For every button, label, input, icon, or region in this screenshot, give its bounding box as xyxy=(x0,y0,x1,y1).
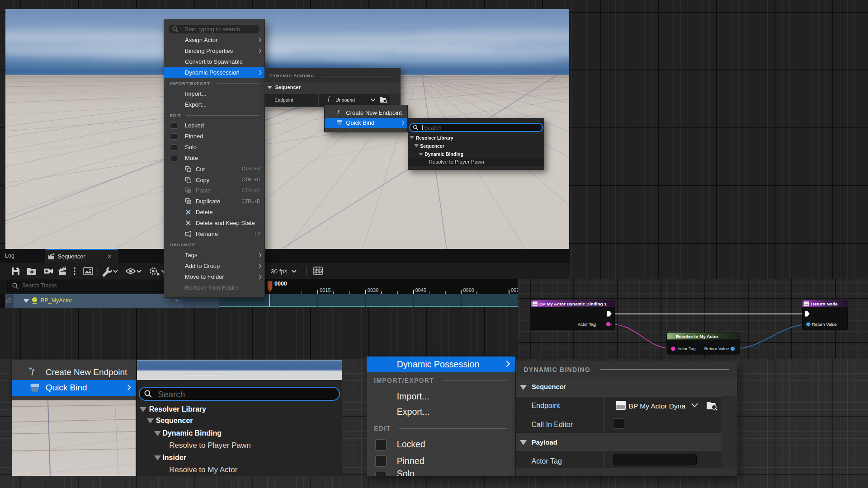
svg-text:BP My Actor Dynamic Binding 1: BP My Actor Dynamic Binding 1 xyxy=(539,301,607,306)
svg-text:+: + xyxy=(29,366,32,372)
svg-text:Return Value: Return Value xyxy=(812,322,837,327)
svg-text:Actor Tag: Actor Tag xyxy=(578,322,596,327)
svg-text:Resolve to My Actor: Resolve to My Actor xyxy=(676,334,718,339)
svg-text:Actor Tag: Actor Tag xyxy=(678,346,696,351)
svg-text:Return Value: Return Value xyxy=(704,346,729,351)
svg-text:Return Node: Return Node xyxy=(811,301,838,306)
svg-text:+: + xyxy=(336,109,338,113)
svg-text:30 fps: 30 fps xyxy=(271,268,288,275)
